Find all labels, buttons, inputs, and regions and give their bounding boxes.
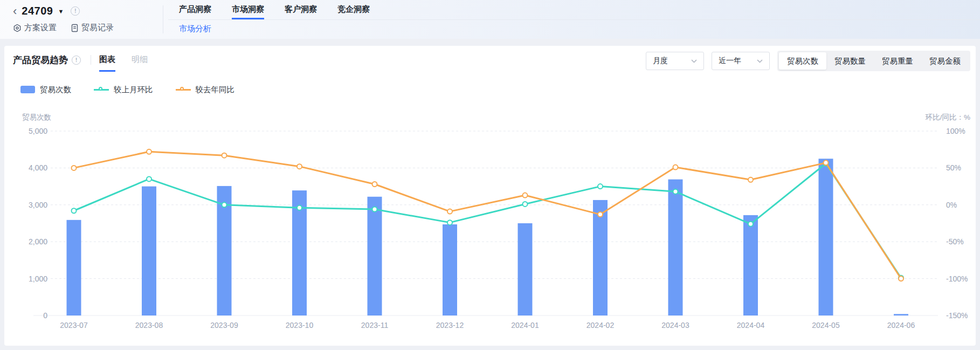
menu-item-label: 贸易记录 [81,23,114,33]
chart-controls: 月度 近一年 贸易次数 贸易数量 贸易重量 贸易金额 [646,51,970,71]
title-dropdown-caret-icon[interactable]: ▼ [58,8,64,15]
tab-product-insight[interactable]: 产品洞察 [179,0,211,19]
insight-tabs: 产品洞察 市场洞察 客户洞察 竞企洞察 [179,0,370,19]
tab-customer-insight[interactable]: 客户洞察 [285,0,317,19]
svg-text:2024-03: 2024-03 [661,321,689,330]
legend-label: 较上月环比 [114,85,153,95]
period-select-value: 月度 [653,56,668,66]
svg-text:2024-01: 2024-01 [511,321,539,330]
tab-competitor-insight[interactable]: 竞企洞察 [337,0,370,19]
trade-trend-panel: 产品贸易趋势 ! 图表 明细 月度 近一年 贸易次数 贸易数量 [4,46,976,346]
menu-item-trade-records[interactable]: 贸易记录 [71,23,114,33]
legend-item-trade-count[interactable]: 贸易次数 [20,85,71,95]
range-select[interactable]: 近一年 [712,52,770,70]
panel-title-divider [91,55,91,65]
settings-icon [13,24,22,32]
legend-item-mom[interactable]: 较上月环比 [94,85,153,95]
svg-text:2024-06: 2024-06 [887,321,915,330]
metric-button-trade-amount[interactable]: 贸易金额 [921,52,969,70]
chevron-down-icon [691,59,697,63]
panel-info-icon[interactable]: ! [72,56,81,65]
metric-button-trade-count[interactable]: 贸易次数 [779,52,826,70]
menu-item-plan-settings[interactable]: 方案设置 [13,23,57,33]
top-header: ‹ 24709 ▼ ! 方案设置 贸易记录 产品洞察 市场洞察 客户洞察 竞企洞… [0,0,980,39]
svg-text:5,000: 5,000 [29,127,47,135]
tab-market-insight[interactable]: 市场洞察 [232,0,264,19]
svg-text:贸易次数: 贸易次数 [22,113,51,121]
svg-text:3,000: 3,000 [29,201,47,209]
metric-button-trade-weight[interactable]: 贸易重量 [874,52,921,70]
range-select-value: 近一年 [719,56,741,66]
svg-text:-50%: -50% [946,237,964,246]
period-select[interactable]: 月度 [646,52,704,70]
back-icon[interactable]: ‹ [13,6,17,17]
line-marker-icon [176,86,191,93]
document-icon [71,24,79,32]
metric-segmented-control: 贸易次数 贸易数量 贸易重量 贸易金额 [777,51,970,71]
svg-text:2023-09: 2023-09 [210,321,238,330]
svg-text:-150%: -150% [946,311,968,320]
svg-text:2,000: 2,000 [29,237,47,246]
header-divider [163,5,163,33]
panel-header: 产品贸易趋势 ! 图表 明细 月度 近一年 贸易次数 贸易数量 [4,46,976,72]
panel-title-text: 产品贸易趋势 [13,54,68,66]
legend-label: 贸易次数 [40,85,71,95]
svg-text:2023-08: 2023-08 [135,321,163,330]
page-title[interactable]: 24709 [22,5,53,17]
svg-text:50%: 50% [946,163,961,172]
subtab-market-analysis[interactable]: 市场分析 [179,24,211,34]
line-marker-icon [94,86,109,93]
metric-button-trade-quantity[interactable]: 贸易数量 [826,52,874,70]
svg-text:2024-05: 2024-05 [812,321,840,330]
legend-item-yoy[interactable]: 较去年同比 [176,85,235,95]
svg-text:2024-02: 2024-02 [586,321,615,330]
svg-text:1,000: 1,000 [29,274,47,283]
svg-text:-100%: -100% [946,274,968,283]
svg-text:0: 0 [43,311,47,320]
svg-text:2023-07: 2023-07 [60,321,88,330]
svg-text:0%: 0% [946,201,957,209]
view-tab-details[interactable]: 明细 [132,46,148,72]
view-tab-chart[interactable]: 图表 [99,46,115,72]
legend-label: 较去年同比 [196,85,235,95]
view-tabs: 图表 明细 [99,46,148,72]
tabs-underline-divider [168,19,980,20]
svg-text:4,000: 4,000 [29,163,47,172]
svg-text:2024-04: 2024-04 [737,321,765,330]
menu-item-label: 方案设置 [24,23,57,33]
svg-text:2023-10: 2023-10 [286,321,314,330]
title-info-icon[interactable]: ! [71,6,80,16]
trade-trend-chart[interactable]: 5,000100%4,00050%3,0000%2,000-50%1,000-1… [4,100,976,340]
svg-text:2023-11: 2023-11 [361,321,389,330]
svg-text:100%: 100% [946,127,965,135]
chart-legend: 贸易次数 较上月环比 较去年同比 [20,84,234,95]
svg-text:环比/同比：%: 环比/同比：% [925,113,970,121]
svg-text:2023-12: 2023-12 [436,321,464,330]
chevron-down-icon [757,59,763,63]
bar-swatch-icon [20,86,35,93]
